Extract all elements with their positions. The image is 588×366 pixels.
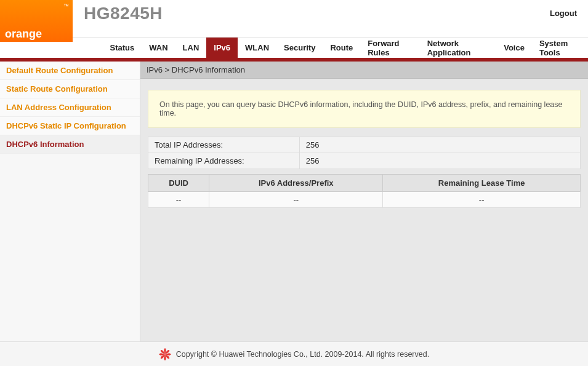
sidebar-item-dhcpv6-static-ip[interactable]: DHCPv6 Static IP Configuration — [0, 117, 140, 135]
breadcrumb: IPv6 > DHCPv6 Information — [140, 62, 588, 79]
summary-value: 256 — [299, 153, 580, 169]
sidebar-item-dhcpv6-info[interactable]: DHCPv6 Information — [0, 135, 140, 154]
brand-logo-text: orange — [5, 28, 68, 39]
nav-forward-rules[interactable]: Forward Rules — [360, 38, 419, 58]
nav-wlan[interactable]: WLAN — [238, 38, 276, 58]
dhcpv6-data-table: DUID IPv6 Address/Prefix Remaining Lease… — [148, 174, 581, 208]
model-title: HG8245H — [84, 4, 588, 23]
title-area: HG8245H — [73, 0, 588, 23]
info-banner: On this page, you can query basic DHCPv6… — [148, 90, 581, 128]
footer: Copyright © Huawei Technologies Co., Ltd… — [0, 341, 588, 366]
sidebar: Default Route Configuration Static Route… — [0, 62, 140, 341]
col-remaining-lease-time: Remaining Lease Time — [383, 175, 581, 192]
header-top: ™ orange HG8245H Logout — [0, 0, 588, 37]
brand-logo: ™ orange — [0, 0, 73, 42]
sidebar-item-static-route[interactable]: Static Route Configuration — [0, 80, 140, 98]
summary-label: Remaining IP Addresses: — [148, 153, 300, 169]
cell-ipv6: -- — [209, 192, 383, 208]
cell-duid: -- — [148, 192, 209, 208]
nav-route[interactable]: Route — [323, 38, 360, 58]
table-header-row: DUID IPv6 Address/Prefix Remaining Lease… — [148, 175, 581, 192]
content-inner: On this page, you can query basic DHCPv6… — [140, 79, 588, 341]
nav-voice[interactable]: Voice — [496, 38, 532, 58]
summary-row-remaining: Remaining IP Addresses: 256 — [148, 153, 581, 169]
summary-label: Total IP Addresses: — [148, 137, 300, 153]
nav-system-tools[interactable]: System Tools — [532, 38, 588, 58]
sidebar-item-lan-address[interactable]: LAN Address Configuration — [0, 98, 140, 117]
nav-ipv6[interactable]: IPv6 — [206, 38, 238, 58]
nav-network-application[interactable]: Network Application — [420, 38, 497, 58]
nav-security[interactable]: Security — [276, 38, 323, 58]
cell-lease: -- — [383, 192, 581, 208]
nav-wan[interactable]: WAN — [142, 38, 175, 58]
header: ™ orange HG8245H Logout Status WAN LAN I… — [0, 0, 588, 62]
summary-value: 256 — [299, 137, 580, 153]
trademark-symbol: ™ — [63, 3, 69, 9]
logout-link[interactable]: Logout — [550, 9, 577, 18]
main-nav: Status WAN LAN IPv6 WLAN Security Route … — [0, 37, 588, 58]
footer-copyright: Copyright © Huawei Technologies Co., Ltd… — [176, 350, 429, 359]
nav-items: Status WAN LAN IPv6 WLAN Security Route … — [78, 38, 588, 58]
content: IPv6 > DHCPv6 Information On this page, … — [140, 62, 588, 341]
col-duid: DUID — [148, 175, 209, 192]
nav-lan[interactable]: LAN — [175, 38, 207, 58]
table-row: -- -- -- — [148, 192, 581, 208]
sidebar-item-default-route[interactable]: Default Route Configuration — [0, 62, 140, 80]
summary-table: Total IP Addresses: 256 Remaining IP Add… — [148, 137, 581, 169]
summary-row-total: Total IP Addresses: 256 — [148, 137, 581, 153]
col-ipv6-address-prefix: IPv6 Address/Prefix — [209, 175, 383, 192]
huawei-logo-icon — [159, 348, 171, 360]
body: Default Route Configuration Static Route… — [0, 62, 588, 341]
nav-status[interactable]: Status — [103, 38, 142, 58]
